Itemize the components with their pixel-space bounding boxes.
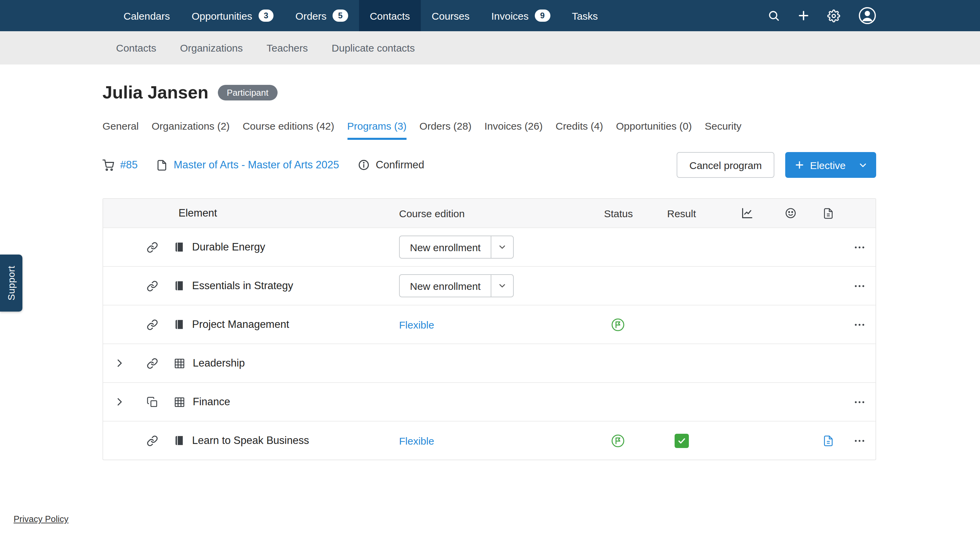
add-elective-main[interactable]: Elective [786,159,854,171]
nav-item-invoices[interactable]: Invoices9 [480,0,561,31]
row-actions-button[interactable] [853,395,866,408]
tab-credits[interactable]: Credits (4) [555,120,603,140]
status-flag-circle-icon [611,433,625,448]
tab-course-editions[interactable]: Course editions (42) [243,120,334,140]
cart-icon [102,159,114,171]
table-row-project-management: Project Management Flexible [103,305,875,344]
enrollment-dropdown[interactable]: New enrollment [399,274,514,297]
result-passed-check-icon [675,433,689,448]
link-icon[interactable] [146,357,158,369]
search-icon[interactable] [768,10,780,22]
table-row-learn-to-speak-business: Learn to Speak Business Flexible [103,421,875,460]
tab-invoices[interactable]: Invoices (26) [484,120,542,140]
chevron-down-icon[interactable] [491,236,513,258]
program-actions: Cancel program Elective [677,152,877,178]
support-tab[interactable]: Support [0,255,22,312]
program-status-text: Confirmed [375,159,424,171]
tab-organizations[interactable]: Organizations (2) [152,120,230,140]
tab-security[interactable]: Security [705,120,741,140]
nav-item-opportunities[interactable]: Opportunities3 [181,0,285,31]
subnav-item-teachers[interactable]: Teachers [267,42,308,54]
flexible-edition-link[interactable]: Flexible [399,435,434,446]
program-status-group: Confirmed [357,159,424,171]
link-icon[interactable] [146,435,158,446]
row-actions-button[interactable] [853,279,866,292]
program-name-group: Master of Arts - Master of Arts 2025 [156,159,339,171]
program-name-link[interactable]: Master of Arts - Master of Arts 2025 [174,159,339,171]
app-root: Calendars Opportunities3 Orders5 Contact… [0,0,980,541]
group-grid-icon [174,357,185,369]
subnav-item-organizations[interactable]: Organizations [180,42,243,54]
copy-icon[interactable] [146,396,158,407]
top-nav-actions [768,0,877,31]
nav-label: Opportunities [192,10,252,21]
program-document-icon [156,159,168,171]
add-elective-label: Elective [810,159,846,171]
chevron-down-icon[interactable] [855,160,876,170]
expand-chevron-right-icon[interactable] [114,396,125,407]
nav-label: Courses [432,10,469,21]
table-row-essentials-in-strategy: Essentials in Strategy New enrollment [103,266,875,305]
course-book-icon [174,242,185,253]
link-icon[interactable] [146,241,158,253]
nav-item-tasks[interactable]: Tasks [561,0,609,31]
nav-item-contacts[interactable]: Contacts [359,0,421,31]
element-name: Finance [193,396,230,408]
opportunities-count-badge: 3 [258,10,274,22]
add-elective-button[interactable]: Elective [786,152,876,178]
element-name: Durable Energy [192,241,265,253]
tab-orders[interactable]: Orders (28) [419,120,471,140]
subnav-item-duplicate-contacts[interactable]: Duplicate contacts [331,42,415,54]
nav-item-orders[interactable]: Orders5 [285,0,359,31]
info-icon [357,159,369,171]
expand-chevron-right-icon[interactable] [114,358,125,369]
certificate-document-icon[interactable] [822,435,834,446]
subnav-item-contacts[interactable]: Contacts [116,42,156,54]
table-row-durable-energy: Durable Energy New enrollment [103,228,875,266]
top-nav-items: Calendars Opportunities3 Orders5 Contact… [113,0,609,31]
program-toolbar: #85 Master of Arts - Master of Arts 2025… [102,152,876,178]
element-name: Learn to Speak Business [192,434,309,447]
user-avatar-icon[interactable] [858,6,877,25]
element-name: Project Management [192,318,289,331]
cancel-program-button[interactable]: Cancel program [677,152,775,178]
element-name: Essentials in Strategy [192,280,293,292]
nav-label: Contacts [370,10,410,21]
column-header-element: Element [178,207,217,219]
chevron-down-icon[interactable] [491,275,513,297]
program-info: #85 Master of Arts - Master of Arts 2025… [102,159,424,171]
enrollment-dropdown-label: New enrollment [400,275,491,297]
tab-programs[interactable]: Programs (3) [347,120,407,140]
row-actions-button[interactable] [853,434,866,447]
tab-general[interactable]: General [102,120,139,140]
row-actions-button[interactable] [853,318,866,331]
tab-opportunities[interactable]: Opportunities (0) [616,120,692,140]
order-ref-link[interactable]: #85 [120,159,138,171]
flexible-edition-link[interactable]: Flexible [399,319,434,330]
chart-column-icon [741,207,753,219]
smiley-column-icon [784,207,797,219]
course-book-icon [174,319,185,330]
certificate-column-icon [822,207,834,219]
nav-label: Calendars [124,10,170,21]
page-title: Julia Jansen [102,82,208,103]
link-icon[interactable] [146,280,158,291]
orders-count-badge: 5 [332,10,348,22]
enrollment-dropdown-label: New enrollment [400,236,491,258]
table-row-leadership: Leadership [103,344,875,382]
participant-role-badge: Participant [218,85,277,100]
add-icon[interactable] [797,10,810,22]
plus-icon [795,160,805,170]
secondary-navigation: Contacts Organizations Teachers Duplicat… [0,31,980,64]
status-flag-circle-icon [611,317,625,332]
nav-item-courses[interactable]: Courses [421,0,480,31]
enrollment-dropdown[interactable]: New enrollment [399,235,514,259]
link-icon[interactable] [146,319,158,330]
privacy-policy-link[interactable]: Privacy Policy [14,514,68,524]
course-book-icon [174,280,185,291]
nav-label: Tasks [572,10,598,21]
gear-icon[interactable] [827,9,840,22]
row-actions-button[interactable] [853,240,866,253]
column-header-status: Status [604,207,633,219]
nav-item-calendars[interactable]: Calendars [113,0,181,31]
